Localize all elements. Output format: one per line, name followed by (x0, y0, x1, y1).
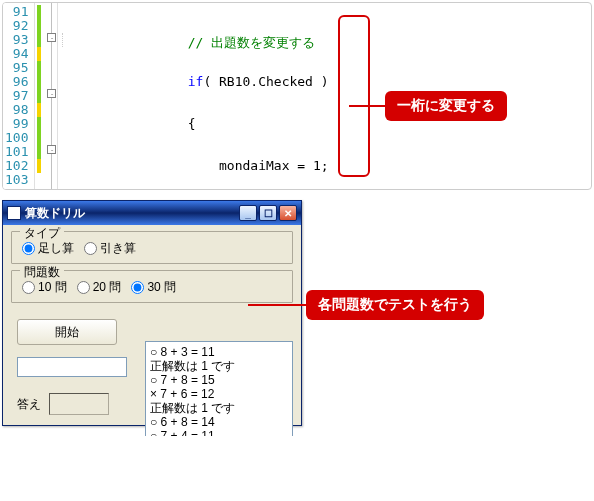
radio-label: 引き算 (100, 240, 136, 257)
groupbox-label: タイプ (20, 225, 64, 242)
line-num: 91 (5, 5, 28, 19)
annotation-callout: 一桁に変更する (349, 91, 507, 121)
answer-label: 答え (17, 396, 41, 413)
titlebar[interactable]: 算数ドリル _ ☐ ✕ (3, 201, 301, 225)
minimize-button[interactable]: _ (239, 205, 257, 221)
groupbox-type: タイプ 足し算 引き算 (11, 231, 293, 264)
radio-label: 20 問 (93, 279, 122, 296)
change-bar-yellow (37, 47, 41, 61)
line-num: 92 (5, 19, 28, 33)
answer-display (49, 393, 109, 415)
line-num: 97 (5, 89, 28, 103)
code-comment: // 出題数を変更する (188, 35, 315, 50)
start-button[interactable]: 開始 (17, 319, 117, 345)
line-num: 102 (5, 159, 28, 173)
change-bar-yellow (37, 103, 41, 117)
marker-gutter: - - - (34, 3, 58, 189)
radio-label: 10 問 (38, 279, 67, 296)
radio-20[interactable]: 20 問 (77, 279, 122, 296)
line-num: 96 (5, 75, 28, 89)
change-bar-yellow (37, 159, 41, 173)
maximize-button[interactable]: ☐ (259, 205, 277, 221)
radio-10[interactable]: 10 問 (22, 279, 67, 296)
line-number-gutter: 91 92 93 94 95 96 97 98 99 100 101 102 1… (3, 3, 34, 189)
line-num: 95 (5, 61, 28, 75)
fold-toggle-icon[interactable]: - (47, 33, 56, 42)
groupbox-label: 問題数 (20, 264, 64, 281)
code-editor-panel: 91 92 93 94 95 96 97 98 99 100 101 102 1… (2, 2, 592, 190)
line-num: 99 (5, 117, 28, 131)
close-button[interactable]: ✕ (279, 205, 297, 221)
code-brace: { (188, 116, 196, 131)
annotation-text: 各問題数でテストを行う (306, 290, 484, 320)
radio-label: 足し算 (38, 240, 74, 257)
code-statement: mondaiMax = 1; (219, 158, 329, 173)
radio-label: 30 問 (147, 279, 176, 296)
window-body: タイプ 足し算 引き算 問題数 10 問 20 問 30 問 開始 答え ○ 8… (3, 225, 301, 425)
output-textarea[interactable]: ○ 8 + 3 = 11 正解数は 1 です ○ 7 + 8 = 15 × 7 … (145, 341, 293, 436)
line-num: 101 (5, 145, 28, 159)
answer-input[interactable] (17, 357, 127, 377)
code-text-area[interactable]: // 出題数を変更する if( RB10.Checked ) { mondaiM… (58, 3, 591, 189)
line-num: 100 (5, 131, 28, 145)
radio-subtraction[interactable]: 引き算 (84, 240, 136, 257)
annotation-text: 一桁に変更する (385, 91, 507, 121)
window-title: 算数ドリル (25, 205, 239, 222)
line-num: 103 (5, 173, 28, 187)
line-num: 94 (5, 47, 28, 61)
fold-toggle-icon[interactable]: - (47, 145, 56, 154)
line-num: 98 (5, 103, 28, 117)
app-icon (7, 206, 21, 220)
annotation-callout-2: 各問題数でテストを行う (248, 290, 484, 320)
radio-addition[interactable]: 足し算 (22, 240, 74, 257)
radio-30[interactable]: 30 問 (131, 279, 176, 296)
fold-toggle-icon[interactable]: - (47, 89, 56, 98)
line-num: 93 (5, 33, 28, 47)
